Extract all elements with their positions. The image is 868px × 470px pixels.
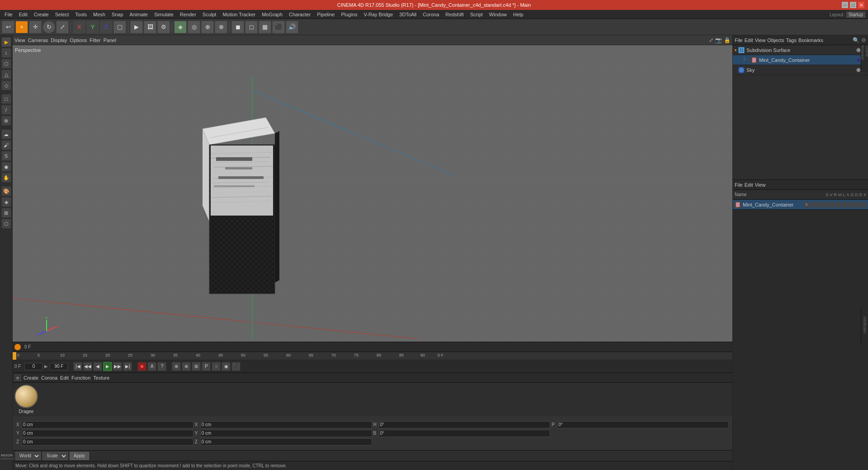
left-tool-inflate[interactable]: ◉ [1,162,11,172]
menu-character[interactable]: Character [286,11,313,18]
left-tool-select[interactable]: ▶ [1,37,11,47]
coord-z-size-input[interactable] [200,438,372,446]
viewport-tab-display[interactable]: Display [51,38,67,43]
obj-file-btn[interactable]: File [735,38,743,43]
mat-panel-icon[interactable]: ≡ [14,375,21,381]
obj-settings-icon[interactable]: ⚙ [861,37,866,43]
undo-button[interactable]: ↩ [2,21,14,33]
x-axis-btn[interactable]: X [73,21,85,33]
left-tool-clone[interactable]: ⊞ [1,208,11,218]
menu-simulate[interactable]: Simulate [151,11,176,18]
menu-3dtoall[interactable]: 3DToAll [396,11,419,18]
left-tool-live[interactable]: ↕ [1,48,11,58]
viewport-canvas[interactable]: Perspective X Y Z Grid Spacing : 10 c [13,45,732,342]
display-mode4[interactable]: ⬛ [272,21,285,33]
menu-window[interactable]: Window [486,11,509,18]
viewport-tab-panel[interactable]: Panel [104,38,116,43]
coord-y-size-input[interactable] [200,430,372,437]
play-button[interactable]: ▶ [103,362,112,371]
viewport-icon-camera[interactable]: 📷 [715,37,722,43]
mat-btn-corona[interactable]: Corona [41,375,57,381]
left-tool-point[interactable]: ◇ [1,80,11,90]
left-tool-smooth[interactable]: S [1,151,11,161]
left-tool-grab[interactable]: ✋ [1,173,11,183]
material-item[interactable]: Dragee [14,385,38,414]
select-all-btn[interactable]: ▢ [113,21,126,33]
menu-create[interactable]: Create [31,11,52,18]
render-to-pic[interactable]: 🖼 [144,21,156,33]
obj-search-icon[interactable]: 🔍 [853,37,859,43]
autokey-btn[interactable]: A [147,362,156,371]
menu-vray[interactable]: V-Ray Bridge [361,11,396,18]
anim-key7[interactable]: ⬛ [231,362,241,371]
view-mode1[interactable]: ◈ [174,21,187,33]
coord-z-pos-input[interactable] [22,438,193,446]
coord-x-pos-input[interactable] [22,421,193,428]
menu-plugins[interactable]: Plugins [338,11,360,18]
display-mode5[interactable]: 🔊 [286,21,298,33]
add-button[interactable]: + [15,21,28,33]
move-button[interactable]: ✛ [29,21,42,33]
view-mode4[interactable]: ⊗ [215,21,227,33]
left-tool-knife[interactable]: / [1,105,11,115]
left-tool-magnet[interactable]: ☁ [1,129,11,139]
menu-snap[interactable]: Snap [109,11,126,18]
attr-edit-btn[interactable]: Edit [745,182,753,188]
attr-row-mint[interactable]: Mint_Candy_Container S [733,200,868,210]
menu-select[interactable]: Select [52,11,72,18]
mat-btn-create[interactable]: Create [24,375,38,381]
play-prev[interactable]: ◀ [93,362,102,371]
scale-dropdown[interactable]: Scale [42,452,68,460]
display-mode2[interactable]: ◻ [245,21,258,33]
left-tool-stamp[interactable]: ⬡ [1,219,11,229]
minimize-button[interactable]: ─ [842,2,848,8]
apply-button[interactable]: Apply [70,452,89,460]
left-tool-weld[interactable]: ⊕ [1,116,11,126]
left-tool-paint[interactable]: 🎨 [1,186,11,196]
anim-key1[interactable]: ⊕ [172,362,181,371]
record-btn[interactable]: ⏺ [137,362,146,371]
menu-mesh[interactable]: Mesh [90,11,108,18]
maximize-button[interactable]: □ [850,2,856,8]
frame-end-input[interactable] [50,363,68,370]
object-item-mint[interactable]: Mint_Candy_Container [733,55,868,65]
viewport-tab-options[interactable]: Options [70,38,87,43]
menu-redshift[interactable]: Redshift [443,11,466,18]
obj-tags-btn[interactable]: Tags [786,38,797,43]
display-mode3[interactable]: ▦ [259,21,271,33]
menu-render[interactable]: Render [177,11,199,18]
timeline-ruler[interactable]: 0 5 10 15 20 25 30 35 40 45 50 55 60 65 … [13,352,732,360]
viewport-icon-expand[interactable]: ⤢ [709,37,713,43]
mat-btn-texture[interactable]: Texture [93,375,109,381]
left-tool-erase[interactable]: ◈ [1,197,11,207]
viewport-tab-view[interactable]: View [14,38,25,43]
obj-bookmarks-btn[interactable]: Bookmarks [798,38,823,43]
coord-h-input[interactable] [379,421,551,428]
left-tool-box[interactable]: □ [1,94,11,104]
anim-key3[interactable]: ⊞ [192,362,201,371]
scale-button[interactable]: ⤢ [56,21,69,33]
play-prev-key[interactable]: ◀◀ [83,362,92,371]
obj-edit-btn[interactable]: Edit [745,38,753,43]
play-next[interactable]: ▶▶ [113,362,122,371]
render-settings[interactable]: ⚙ [157,21,170,33]
timeline-record-btn[interactable] [14,344,21,350]
menu-script[interactable]: Script [467,11,486,18]
display-mode1[interactable]: ◼ [231,21,244,33]
menu-sculpt[interactable]: Sculpt [200,11,219,18]
coord-y-pos-input[interactable] [22,430,193,437]
object-item-subdivision[interactable]: Subdivision Surface [733,45,868,55]
menu-file[interactable]: File [2,11,15,18]
anim-key5[interactable]: ○ [212,362,221,371]
left-tool-brush[interactable]: 🖌 [1,140,11,150]
menu-help[interactable]: Help [510,11,526,18]
object-item-sky[interactable]: Sky [733,65,868,75]
menu-edit[interactable]: Edit [16,11,30,18]
mat-btn-edit[interactable]: Edit [60,375,69,381]
render-btn[interactable]: ▶ [130,21,143,33]
view-mode2[interactable]: ◎ [188,21,200,33]
menu-tools[interactable]: Tools [72,11,90,18]
viewport-icon-lock[interactable]: 🔒 [724,37,731,43]
attributes-side-tab[interactable]: Attributes [861,307,868,343]
frame-input[interactable] [24,363,42,370]
